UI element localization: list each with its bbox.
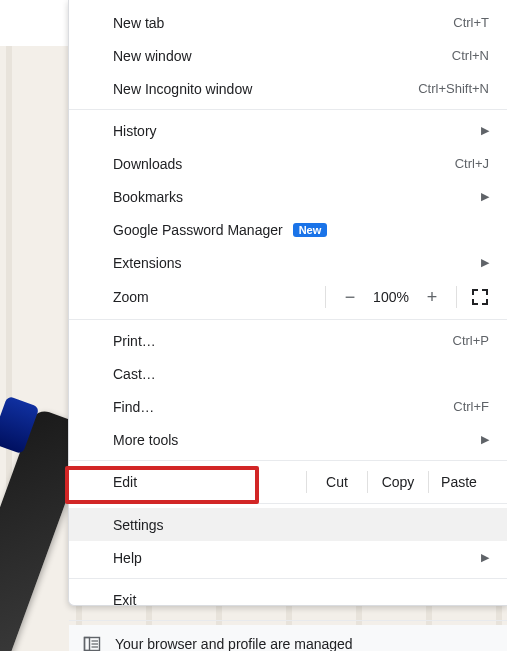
divider [325,286,326,308]
label: Exit [113,592,489,608]
menu-item-settings[interactable]: Settings [69,508,507,541]
new-badge: New [293,223,328,237]
zoom-value: 100% [366,289,416,305]
separator [69,620,507,621]
menu-item-history[interactable]: History ▶ [69,114,507,147]
submenu-arrow-icon: ▶ [481,256,489,269]
label: New window [113,48,452,64]
edit-paste-button[interactable]: Paste [429,474,489,490]
svg-rect-1 [85,638,90,651]
label: Print… [113,333,453,349]
shortcut: Ctrl+T [453,15,489,30]
label: Bookmarks [113,189,489,205]
menu-item-edit: Edit Cut Copy Paste [69,465,507,499]
submenu-arrow-icon: ▶ [481,124,489,137]
submenu-arrow-icon: ▶ [481,190,489,203]
label: Settings [113,517,489,533]
menu-item-find[interactable]: Find… Ctrl+F [69,390,507,423]
label: History [113,123,489,139]
zoom-out-button[interactable]: − [334,288,366,306]
managed-notice[interactable]: Your browser and profile are managed [69,625,507,651]
edit-cut-button[interactable]: Cut [307,474,367,490]
menu-item-zoom: Zoom − 100% + [69,279,507,315]
shortcut: Ctrl+J [455,156,489,171]
label: Cast… [113,366,489,382]
menu-item-bookmarks[interactable]: Bookmarks ▶ [69,180,507,213]
shortcut: Ctrl+N [452,48,489,63]
label: Find… [113,399,453,415]
separator [69,503,507,504]
label: New Incognito window [113,81,418,97]
edit-copy-button[interactable]: Copy [368,474,428,490]
submenu-arrow-icon: ▶ [481,551,489,564]
menu-item-new-window[interactable]: New window Ctrl+N [69,39,507,72]
managed-icon [83,635,101,651]
menu-item-print[interactable]: Print… Ctrl+P [69,324,507,357]
menu-item-exit[interactable]: Exit [69,583,507,616]
separator [69,319,507,320]
submenu-arrow-icon: ▶ [481,433,489,446]
shortcut: Ctrl+P [453,333,489,348]
menu-item-cast[interactable]: Cast… [69,357,507,390]
zoom-in-button[interactable]: + [416,288,448,306]
label: Extensions [113,255,489,271]
shortcut: Ctrl+Shift+N [418,81,489,96]
managed-text: Your browser and profile are managed [115,636,353,651]
menu-item-more-tools[interactable]: More tools ▶ [69,423,507,456]
chrome-main-menu: New tab Ctrl+T New window Ctrl+N New Inc… [68,0,507,606]
menu-item-new-tab[interactable]: New tab Ctrl+T [69,6,507,39]
label: Downloads [113,156,455,172]
fullscreen-icon[interactable] [471,288,489,306]
menu-item-help[interactable]: Help ▶ [69,541,507,574]
label: Edit [113,474,306,490]
separator [69,109,507,110]
divider [456,286,457,308]
label: Help [113,550,489,566]
label: New tab [113,15,453,31]
label: Google Password Manager [113,222,283,238]
menu-item-downloads[interactable]: Downloads Ctrl+J [69,147,507,180]
menu-item-extensions[interactable]: Extensions ▶ [69,246,507,279]
separator [69,460,507,461]
menu-item-incognito[interactable]: New Incognito window Ctrl+Shift+N [69,72,507,105]
shortcut: Ctrl+F [453,399,489,414]
menu-item-password-manager[interactable]: Google Password Manager New [69,213,507,246]
separator [69,578,507,579]
label: Zoom [113,289,317,305]
label: More tools [113,432,489,448]
